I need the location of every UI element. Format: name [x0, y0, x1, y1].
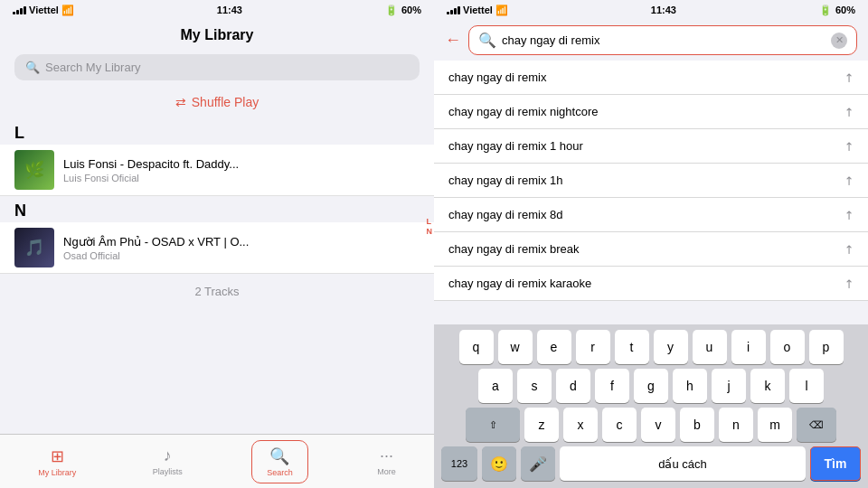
key-x[interactable]: x [563, 408, 598, 442]
r-bar2 [450, 10, 453, 14]
r-bar1 [447, 12, 449, 14]
suggestions-list: chay ngay di remix ↗ chay ngay di remix … [434, 61, 868, 324]
track-artist-nguoi-am-phu: Osad Official [63, 250, 420, 261]
suggestion-0[interactable]: chay ngay di remix ↗ [434, 61, 868, 95]
shuffle-play-button[interactable]: ⇄ Shuffle Play [175, 95, 259, 109]
track-title-despacito: Luis Fonsi - Despacito ft. Daddy... [63, 157, 420, 171]
key-a[interactable]: a [478, 369, 513, 403]
keyboard-row-2: a s d f g h j k l [438, 369, 864, 403]
key-m[interactable]: m [758, 408, 792, 442]
key-v[interactable]: v [641, 408, 675, 442]
right-status-right: 🔋 60% [819, 5, 855, 16]
suggestion-text-6: chay ngay di remix karaoke [448, 277, 591, 290]
suggestion-2[interactable]: chay ngay di remix 1 hour ↗ [434, 129, 868, 164]
left-panel: Viettel 📶 11:43 🔋 60% My Library 🔍 Searc… [0, 0, 434, 488]
idx-n: N [427, 227, 433, 236]
clear-button[interactable]: ✕ [831, 33, 847, 49]
shuffle-label: Shuffle Play [192, 95, 259, 109]
left-status-left: Viettel 📶 [13, 5, 74, 16]
key-q[interactable]: q [459, 330, 494, 364]
key-n[interactable]: n [719, 408, 753, 442]
nav-more[interactable]: ··· More [370, 443, 403, 480]
left-time: 11:43 [217, 5, 242, 15]
signal-bars [13, 6, 26, 14]
suggestion-arrow-0: ↗ [840, 69, 856, 85]
more-icon: ··· [380, 446, 393, 465]
suggestion-text-4: chay ngay di remix 8d [448, 208, 562, 221]
left-carrier: Viettel [29, 5, 59, 15]
suggestion-text-0: chay ngay di remix [448, 70, 546, 84]
key-b[interactable]: b [680, 408, 714, 442]
left-battery-icon: 🔋 [385, 5, 398, 16]
suggestion-arrow-6: ↗ [840, 275, 856, 291]
suggestion-6[interactable]: chay ngay di remix karaoke ↗ [434, 267, 868, 301]
right-status-left: Viettel 📶 [447, 5, 508, 16]
nav-search[interactable]: 🔍 Search [251, 440, 308, 483]
suggestion-arrow-4: ↗ [840, 206, 856, 222]
key-h[interactable]: h [673, 369, 707, 403]
key-backspace[interactable]: ⌫ [797, 408, 836, 442]
track-item-nguoi-am-phu[interactable]: 🎵 Người Âm Phủ - OSAD x VRT | O... Osad … [0, 222, 434, 274]
key-z[interactable]: z [524, 408, 559, 442]
suggestion-3[interactable]: chay ngay di remix 1h ↗ [434, 164, 868, 198]
suggestion-arrow-5: ↗ [840, 240, 856, 257]
back-button[interactable]: ← [445, 31, 461, 50]
nav-my-library-label: My Library [38, 468, 76, 477]
key-k[interactable]: k [750, 369, 785, 403]
bar3 [20, 8, 23, 14]
track-count: 2 Tracks [0, 274, 434, 309]
keyboard-row-3: ⇧ z x c v b n m ⌫ [438, 408, 864, 442]
key-y[interactable]: y [654, 330, 688, 364]
key-l[interactable]: l [789, 369, 824, 403]
key-j[interactable]: j [712, 369, 746, 403]
nav-playlists-label: Playlists [153, 467, 183, 476]
track-item-despacito[interactable]: 🌿 Luis Fonsi - Despacito ft. Daddy... Lu… [0, 145, 434, 196]
nav-search-label: Search [267, 468, 293, 477]
suggestion-1[interactable]: chay ngay di remix nightcore ↗ [434, 95, 868, 129]
bar1 [13, 12, 15, 14]
suggestion-text-5: chay ngay di remix break [448, 242, 580, 256]
left-status-bar: Viettel 📶 11:43 🔋 60% [0, 0, 434, 20]
suggestion-5[interactable]: chay ngay di remix break ↗ [434, 232, 868, 267]
nav-my-library[interactable]: ⊞ My Library [31, 443, 83, 481]
right-wifi-icon: 📶 [495, 5, 508, 16]
key-123[interactable]: 123 [441, 446, 477, 481]
search-icon: 🔍 [25, 61, 40, 74]
idx-l: L [427, 217, 433, 226]
key-shift[interactable]: ⇧ [466, 408, 520, 442]
key-s[interactable]: s [517, 369, 552, 403]
key-e[interactable]: e [537, 330, 571, 364]
r-bar4 [458, 6, 460, 14]
keyboard-row-1: q w e r t y u i o p [438, 330, 864, 364]
nav-more-label: More [377, 467, 396, 476]
key-o[interactable]: o [770, 330, 805, 364]
key-u[interactable]: u [693, 330, 727, 364]
bar2 [16, 10, 19, 14]
nav-playlists[interactable]: ♪ Playlists [146, 443, 190, 480]
right-time: 11:43 [651, 5, 676, 15]
right-battery-icon: 🔋 [819, 5, 832, 16]
key-g[interactable]: g [634, 369, 668, 403]
key-mic[interactable]: 🎤 [521, 446, 555, 481]
key-d[interactable]: d [556, 369, 590, 403]
key-submit[interactable]: Tìm [810, 446, 861, 481]
key-t[interactable]: t [615, 330, 649, 364]
search-my-library-bar[interactable]: 🔍 Search My Library [14, 54, 420, 80]
search-input[interactable]: chay ngay di remix [502, 33, 826, 47]
track-info-despacito: Luis Fonsi - Despacito ft. Daddy... Luis… [63, 157, 420, 183]
key-i[interactable]: i [731, 330, 766, 364]
key-emoji[interactable]: 🙂 [482, 446, 516, 481]
key-f[interactable]: f [595, 369, 629, 403]
key-p[interactable]: p [809, 330, 844, 364]
key-space[interactable]: dấu cách [560, 446, 806, 481]
left-wifi-icon: 📶 [61, 5, 74, 16]
suggestion-4[interactable]: chay ngay di remix 8d ↗ [434, 198, 868, 232]
key-c[interactable]: c [602, 408, 637, 442]
left-status-right: 🔋 60% [385, 5, 421, 16]
suggestion-arrow-3: ↗ [840, 172, 856, 188]
suggestion-text-1: chay ngay di remix nightcore [448, 105, 598, 118]
search-input-box[interactable]: 🔍 chay ngay di remix ✕ [468, 25, 857, 55]
key-r[interactable]: r [576, 330, 610, 364]
key-w[interactable]: w [498, 330, 533, 364]
track-title-nguoi-am-phu: Người Âm Phủ - OSAD x VRT | O... [63, 235, 420, 249]
